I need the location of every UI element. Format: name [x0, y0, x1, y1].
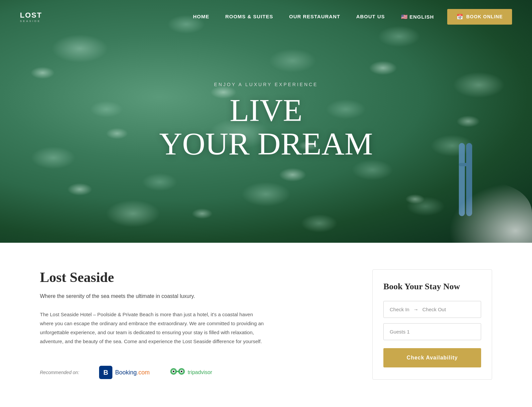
content-section: Lost Seaside Where the serenity of the s…: [0, 243, 532, 406]
checkout-label: Check Out: [422, 307, 446, 312]
tripadvisor-label: tripadvisor: [188, 369, 212, 375]
guests-label: Guests 1: [390, 329, 410, 335]
checkin-label: Check In: [390, 307, 409, 312]
tripadvisor-text: tripadvisor: [188, 369, 212, 375]
checkin-checkout-field[interactable]: Check In → Check Out: [383, 301, 481, 318]
booking-letter: B: [103, 369, 108, 376]
left-column: Lost Seaside Where the serenity of the s…: [40, 269, 352, 379]
logo-name: LOST: [20, 11, 42, 19]
booking-text: Booking.com: [115, 369, 150, 376]
booking-orange: .com: [137, 369, 150, 376]
hero-title-line1: LIVE: [230, 92, 303, 128]
hero-subtitle: ENJOY A LUXURY EXPERIENCE: [159, 82, 373, 87]
booking-blue: Booking: [115, 369, 137, 376]
hero-content: ENJOY A LUXURY EXPERIENCE LIVE YOUR DREA…: [159, 82, 373, 161]
nav-about[interactable]: ABOUT US: [356, 14, 385, 19]
language-label[interactable]: ENGLISH: [410, 14, 434, 20]
nav-home[interactable]: HOME: [193, 14, 209, 19]
book-online-button[interactable]: 📅 BOOK ONLINE: [447, 9, 512, 25]
svg-rect-6: [176, 371, 180, 372]
booking-card-title: Book Your Stay Now: [383, 282, 481, 292]
logo-sub: SEASIDE: [20, 20, 42, 23]
flag-icon: 🇺🇸: [401, 14, 408, 20]
navbar: LOST SEASIDE HOME ROOMS & SUITES OUR RES…: [0, 0, 532, 33]
svg-point-4: [173, 370, 175, 372]
nav-rooms[interactable]: ROOMS & SUITES: [225, 14, 273, 19]
booking-icon: B: [99, 366, 112, 379]
tripadvisor-icon: [170, 366, 186, 379]
hero-title-line2: YOUR DREAM: [159, 126, 373, 162]
guests-field[interactable]: Guests 1: [383, 323, 481, 340]
section-body: The Lost Seaside Hotel – Poolside & Priv…: [40, 310, 266, 346]
booking-card: Book Your Stay Now Check In → Check Out …: [372, 269, 492, 380]
recommended-label: Recommended on:: [40, 370, 79, 375]
nav-links: HOME ROOMS & SUITES OUR RESTAURANT ABOUT…: [193, 14, 434, 20]
section-tagline: Where the serenity of the sea meets the …: [40, 293, 352, 299]
check-availability-button[interactable]: Check Availability: [383, 348, 481, 367]
nav-restaurant[interactable]: OUR RESTAURANT: [289, 14, 340, 19]
section-title: Lost Seaside: [40, 269, 352, 285]
cta-label: Check Availability: [407, 355, 458, 360]
site-logo[interactable]: LOST SEASIDE: [20, 11, 42, 23]
tripadvisor-logo[interactable]: tripadvisor: [170, 366, 212, 379]
water-splash: [449, 183, 532, 243]
arrow-icon: →: [413, 307, 418, 312]
booking-com-logo[interactable]: B Booking.com: [99, 366, 150, 379]
book-button-label: BOOK ONLINE: [466, 14, 503, 19]
hero-title: LIVE YOUR DREAM: [159, 94, 373, 161]
partner-logos: B Booking.com: [99, 366, 212, 379]
language-selector[interactable]: 🇺🇸 ENGLISH: [401, 14, 434, 20]
right-column: Book Your Stay Now Check In → Check Out …: [372, 269, 492, 380]
recommended-row: Recommended on: B Booking.com: [40, 366, 352, 379]
calendar-icon: 📅: [457, 14, 464, 20]
svg-point-5: [181, 370, 183, 372]
